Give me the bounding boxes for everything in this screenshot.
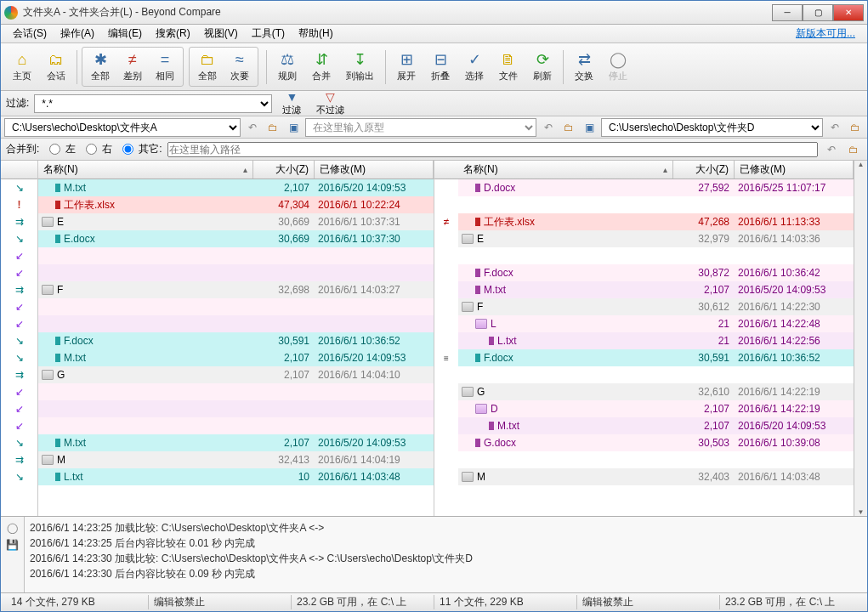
table-row[interactable]	[458, 247, 854, 264]
col-size-header[interactable]: 大小(Z)	[673, 161, 735, 178]
rules-button[interactable]: ⚖规则	[271, 49, 304, 84]
table-row[interactable]: M.txt2,1072016/5/20 14:09:53	[38, 179, 434, 196]
merge-button[interactable]: ⇵合并	[305, 49, 338, 84]
left-path-input[interactable]: C:\Users\echo\Desktop\文件夹A	[4, 118, 241, 137]
select-button[interactable]: ✓选择	[458, 49, 491, 84]
left-back-icon[interactable]: ↶	[244, 119, 261, 136]
table-row[interactable]	[458, 451, 854, 468]
col-name-header[interactable]: 名称(N)▴	[458, 161, 673, 178]
table-row[interactable]	[38, 383, 434, 400]
table-row[interactable]: E32,9792016/6/1 14:03:36	[458, 230, 854, 247]
files-button[interactable]: 🗎文件	[492, 49, 525, 84]
filter-same-button[interactable]: =相同	[149, 49, 181, 84]
table-row[interactable]	[38, 247, 434, 264]
table-row[interactable]: M32,4032016/6/1 14:03:48	[458, 468, 854, 485]
table-row[interactable]: D2,1072016/6/1 14:22:19	[458, 400, 854, 417]
table-row[interactable]	[38, 298, 434, 315]
gutter-cell: ↙	[1, 400, 37, 417]
table-row[interactable]: G32,6102016/6/1 14:22:19	[458, 383, 854, 400]
filter-all-button[interactable]: ✱全部	[84, 49, 116, 84]
table-row[interactable]: F.docx30,5912016/6/1 10:36:52	[458, 349, 854, 366]
table-row[interactable]: 工作表.xlsx47,2682016/6/1 11:13:33	[458, 213, 854, 230]
expand-button[interactable]: ⊞展开	[390, 49, 423, 84]
table-row[interactable]: F.docx30,5912016/6/1 10:36:52	[38, 332, 434, 349]
table-row[interactable]	[458, 366, 854, 383]
table-row[interactable]	[458, 196, 854, 213]
filter-input[interactable]: *.*	[34, 94, 272, 113]
merge-right-radio[interactable]	[86, 144, 97, 155]
file-icon	[55, 201, 60, 209]
right-rows[interactable]: D.docx27,5922016/5/25 11:07:17工作表.xlsx47…	[458, 179, 854, 516]
table-row[interactable]: L.txt102016/6/1 14:03:48	[38, 468, 434, 485]
minimize-button[interactable]: ─	[772, 4, 803, 21]
table-row[interactable]: M.txt2,1072016/5/20 14:09:53	[458, 281, 854, 298]
merge-other-path-input[interactable]	[167, 142, 818, 157]
table-row[interactable]: E30,6692016/6/1 10:37:31	[38, 213, 434, 230]
to-output-button[interactable]: ↧到输出	[339, 49, 381, 84]
col-name-header[interactable]: 名称(N)▴	[38, 161, 253, 178]
close-button[interactable]: ✕	[833, 4, 864, 21]
merge-back-icon[interactable]: ↶	[823, 141, 840, 158]
filter-diff-button[interactable]: ≠差别	[116, 49, 149, 84]
table-row[interactable]	[38, 315, 434, 332]
col-date-header[interactable]: 已修改(M)	[315, 161, 434, 178]
table-row[interactable]: F32,6982016/6/1 14:03:27	[38, 281, 434, 298]
status-left-disk: 23.2 GB 可用，在 C:\ 上	[292, 595, 434, 609]
table-row[interactable]: D.docx27,5922016/5/25 11:07:17	[458, 179, 854, 196]
table-row[interactable]: F.docx30,8722016/6/1 10:36:42	[458, 264, 854, 281]
menu-view[interactable]: 视图(V)	[197, 25, 245, 42]
table-row[interactable]: M.txt2,1072016/5/20 14:09:53	[38, 349, 434, 366]
menu-session[interactable]: 会话(S)	[6, 25, 54, 42]
center-home-icon[interactable]: ▣	[581, 119, 598, 136]
save-log-icon[interactable]: 💾	[6, 539, 19, 551]
table-row[interactable]: M.txt2,1072016/5/20 14:09:53	[38, 434, 434, 451]
base-path-input[interactable]: 在这里输入原型	[305, 118, 536, 137]
swap-button[interactable]: ⇄交换	[568, 49, 600, 84]
right-path-input[interactable]: C:\Users\echo\Desktop\文件夹D	[601, 118, 823, 137]
table-row[interactable]: L212016/6/1 14:22:48	[458, 315, 854, 332]
stop-log-icon[interactable]: ◯	[7, 522, 18, 534]
col-date-header[interactable]: 已修改(M)	[735, 161, 854, 178]
menu-help[interactable]: 帮助(H)	[292, 25, 340, 42]
table-row[interactable]: E.docx30,6692016/6/1 10:37:30	[38, 230, 434, 247]
stop-button[interactable]: ◯停止	[602, 49, 634, 84]
refresh-button[interactable]: ⟳刷新	[526, 49, 559, 84]
menu-actions[interactable]: 操作(A)	[54, 25, 101, 42]
menu-search[interactable]: 搜索(R)	[149, 25, 197, 42]
merge-browse-icon[interactable]: 🗀	[845, 141, 862, 158]
right-browse-icon[interactable]: 🗀	[847, 119, 864, 136]
table-row[interactable]	[38, 417, 434, 434]
merge-other-radio[interactable]	[122, 144, 133, 155]
right-back-icon[interactable]: ↶	[826, 119, 843, 136]
menu-edit[interactable]: 编辑(E)	[101, 25, 149, 42]
apply-filter-button[interactable]: ▼过滤	[277, 90, 306, 116]
left-browse-icon[interactable]: 🗀	[264, 119, 281, 136]
structure-all-button[interactable]: 🗀全部	[191, 49, 224, 84]
table-row[interactable]	[38, 264, 434, 281]
session-button[interactable]: 🗂会话	[40, 49, 72, 84]
table-row[interactable]	[38, 400, 434, 417]
center-browse-icon[interactable]: 🗀	[560, 119, 577, 136]
table-row[interactable]: M.txt2,1072016/5/20 14:09:53	[458, 417, 854, 434]
maximize-button[interactable]: ▢	[803, 4, 833, 21]
structure-minor-button[interactable]: ≈次要	[224, 49, 256, 84]
table-row[interactable]: G2,1072016/6/1 14:04:10	[38, 366, 434, 383]
table-row[interactable]	[458, 485, 854, 502]
clear-filter-button[interactable]: ▽不过滤	[311, 90, 349, 116]
menu-tools[interactable]: 工具(T)	[245, 25, 292, 42]
left-home-icon[interactable]: ▣	[285, 119, 302, 136]
home-button[interactable]: ⌂主页	[6, 49, 38, 84]
table-row[interactable]: M32,4132016/6/1 14:04:19	[38, 451, 434, 468]
merge-left-radio[interactable]	[49, 144, 60, 155]
table-row[interactable]: 工作表.xlsx47,3042016/6/1 10:22:24	[38, 196, 434, 213]
new-version-link[interactable]: 新版本可用...	[789, 25, 862, 42]
col-size-header[interactable]: 大小(Z)	[253, 161, 315, 178]
table-row[interactable]: L.txt212016/6/1 14:22:56	[458, 332, 854, 349]
table-row[interactable]: F30,6122016/6/1 14:22:30	[458, 298, 854, 315]
table-row[interactable]: G.docx30,5032016/6/1 10:39:08	[458, 434, 854, 451]
status-bar: 14 个文件, 279 KB 编辑被禁止 23.2 GB 可用，在 C:\ 上 …	[1, 592, 867, 611]
vertical-scrollbar[interactable]	[854, 161, 867, 516]
collapse-button[interactable]: ⊟折叠	[424, 49, 457, 84]
left-rows[interactable]: M.txt2,1072016/5/20 14:09:53工作表.xlsx47,3…	[38, 179, 434, 516]
center-back-icon[interactable]: ↶	[540, 119, 557, 136]
